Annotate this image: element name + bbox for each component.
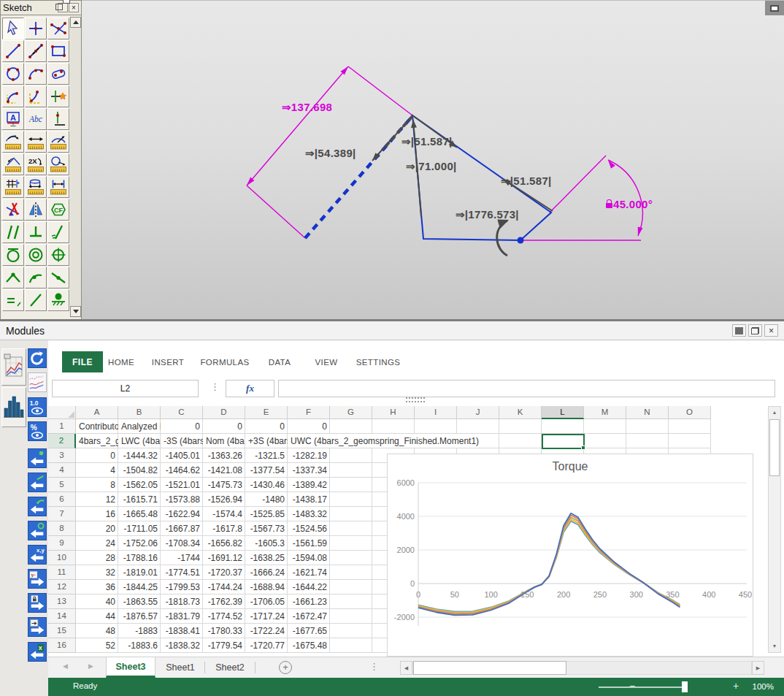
dimension-label-dim_71[interactable]: ⇒|71.000| — [406, 160, 457, 173]
tool-equal[interactable] — [2, 289, 24, 311]
tool-curve-fit[interactable]: CF — [47, 199, 69, 221]
row-header-13[interactable]: 13 — [48, 594, 76, 609]
tool-chamfer[interactable] — [25, 85, 47, 107]
cell-D16[interactable]: -1779.54 — [203, 638, 245, 653]
module-tool-import-line[interactable] — [28, 473, 47, 492]
hscroll-right-icon[interactable]: ▶ — [752, 661, 764, 675]
cell-A13[interactable]: 40 — [76, 594, 118, 609]
cell-A11[interactable]: 32 — [76, 565, 118, 580]
tool-arc[interactable] — [25, 63, 47, 85]
row-header-14[interactable]: 14 — [48, 609, 76, 624]
tool-dim-2x[interactable]: 2X — [25, 153, 47, 175]
side-tool-plot-bars[interactable] — [1, 387, 26, 427]
tab-sheet3[interactable]: Sheet3 — [106, 657, 155, 678]
row-header-11[interactable]: 11 — [48, 565, 76, 580]
cell-A15[interactable]: 48 — [76, 624, 118, 638]
col-header-O[interactable]: O — [669, 406, 711, 419]
cell-F6[interactable]: -1438.17 — [288, 492, 330, 507]
tool-colinear[interactable] — [25, 289, 47, 311]
cell-D2[interactable]: Nom (4ba — [203, 434, 245, 448]
cell-E11[interactable]: -1666.24 — [245, 565, 288, 580]
cell-B3[interactable]: -1444.32 — [118, 448, 161, 463]
cell-D15[interactable]: -1780.33 — [203, 624, 245, 638]
row-header-1[interactable]: 1 — [48, 419, 76, 434]
tab-nav-left-icon[interactable]: ◀ — [63, 662, 68, 670]
canvas-maximize-button[interactable] — [765, 1, 784, 15]
cell-C8[interactable]: -1667.87 — [161, 521, 203, 536]
zoom-slider-handle[interactable] — [682, 681, 688, 692]
cell-F1[interactable]: 0 — [288, 419, 330, 434]
cell-E7[interactable]: -1525.85 — [245, 507, 288, 521]
cell-A2[interactable]: 4bars_2_g — [76, 434, 118, 448]
hscroll-left-icon[interactable]: ◀ — [400, 661, 412, 675]
cell-E3[interactable]: -1321.5 — [245, 448, 288, 463]
module-tool-export-arrow[interactable] — [28, 617, 47, 637]
cell-A5[interactable]: 8 — [76, 478, 118, 492]
cell-B15[interactable]: -1883 — [118, 624, 161, 638]
tool-anchor[interactable] — [47, 289, 69, 311]
module-tool-preview-curves[interactable] — [28, 372, 47, 392]
cell-B6[interactable]: -1615.71 — [118, 492, 161, 507]
row-header-2[interactable]: 2 — [48, 434, 76, 448]
cell-F13[interactable]: -1661.23 — [288, 594, 330, 609]
col-header-D[interactable]: D — [203, 406, 245, 419]
cell-F12[interactable]: -1644.22 — [288, 580, 330, 594]
zoom-in-icon[interactable]: + — [733, 680, 739, 692]
module-tool-refresh[interactable] — [28, 348, 47, 368]
tool-circle[interactable] — [2, 63, 24, 85]
cell-D11[interactable]: -1720.37 — [203, 565, 245, 580]
dimension-label-dim_45[interactable]: 45.000° — [606, 198, 653, 210]
cell-C9[interactable]: -1708.34 — [161, 536, 203, 551]
cell-A10[interactable]: 28 — [76, 551, 118, 565]
restore-icon[interactable] — [58, 3, 68, 12]
fx-button[interactable]: fx — [226, 380, 274, 397]
tool-slot[interactable] — [47, 63, 69, 85]
col-header-E[interactable]: E — [245, 406, 288, 419]
cell-B9[interactable]: -1752.06 — [118, 536, 161, 551]
fill-handle[interactable] — [581, 445, 585, 450]
close-icon[interactable]: × — [69, 3, 79, 12]
ribbon-tab-formulas[interactable]: FORMULAS — [199, 351, 251, 372]
tool-mirror[interactable] — [25, 199, 47, 221]
cell-E12[interactable]: -1688.94 — [245, 580, 288, 594]
tool-select[interactable] — [2, 18, 24, 39]
row-header-5[interactable]: 5 — [48, 478, 76, 492]
tool-text-frame[interactable]: A — [2, 108, 24, 130]
col-header-I[interactable]: I — [415, 406, 457, 419]
tool-dim-diameter[interactable] — [47, 153, 69, 175]
formula-input[interactable] — [278, 380, 775, 397]
row-header-10[interactable]: 10 — [48, 551, 76, 565]
col-header-A[interactable]: A — [76, 406, 118, 419]
cell-A14[interactable]: 44 — [76, 609, 118, 624]
cell-B1[interactable]: Analyzed I — [118, 419, 161, 434]
row-header-16[interactable]: 16 — [48, 638, 76, 653]
cell-C14[interactable]: -1831.79 — [161, 609, 203, 624]
cell-C15[interactable]: -1838.41 — [161, 624, 203, 638]
cell-D12[interactable]: -1744.24 — [203, 580, 245, 594]
cell-A12[interactable]: 36 — [76, 580, 118, 594]
row-header-9[interactable]: 9 — [48, 536, 76, 551]
tool-line-point[interactable] — [47, 267, 69, 288]
horizontal-scroll-thumb[interactable] — [413, 661, 566, 675]
cell-F7[interactable]: -1483.32 — [288, 507, 330, 521]
cell-E1[interactable]: 0 — [245, 419, 288, 434]
cell-B13[interactable]: -1863.55 — [118, 594, 161, 609]
tool-trim[interactable] — [2, 199, 24, 221]
dimension-label-dim_51a[interactable]: ⇒|51.587| — [401, 135, 453, 148]
scroll-up-icon[interactable]: ▲ — [769, 407, 780, 418]
ribbon-tab-file[interactable]: FILE — [62, 351, 103, 372]
tool-point-on-line[interactable] — [47, 108, 69, 130]
col-header-L[interactable]: L — [542, 406, 584, 419]
tool-dim-arclength[interactable] — [2, 131, 24, 153]
module-tool-show-percent[interactable]: % — [28, 421, 47, 441]
cell-A16[interactable]: 52 — [76, 638, 118, 653]
cell-D14[interactable]: -1774.52 — [203, 609, 245, 624]
cell-D8[interactable]: -1617.8 — [203, 521, 245, 536]
cell-F8[interactable]: -1524.56 — [288, 521, 330, 536]
sketch-canvas[interactable]: ⇒137.698⇒|54.389|⇒|51.587|⇒|71.000|⇒|51.… — [82, 0, 784, 319]
cell-B12[interactable]: -1844.25 — [118, 580, 161, 594]
tool-concentric[interactable] — [25, 244, 47, 266]
ribbon-tab-home[interactable]: HOME — [107, 351, 136, 372]
module-tool-import-circle[interactable] — [28, 521, 47, 540]
row-header-6[interactable]: 6 — [48, 492, 76, 507]
